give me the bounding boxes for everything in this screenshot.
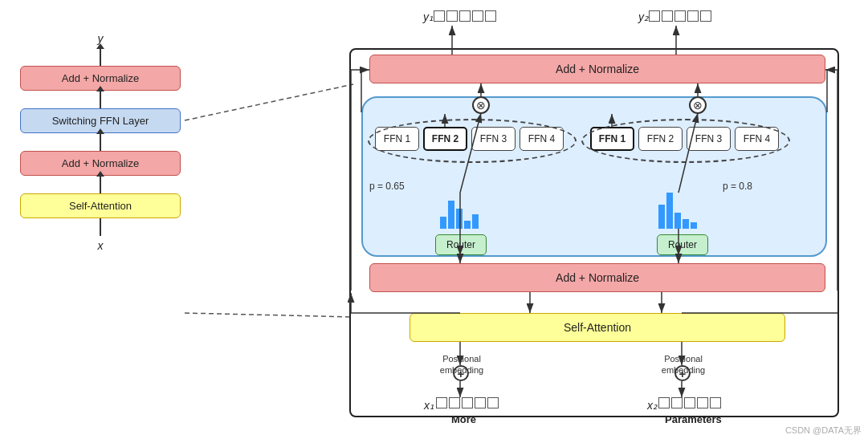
watermark: CSDN @DATA无界	[785, 425, 862, 437]
x2-label: x₂	[647, 399, 658, 412]
right-y1-grid	[434, 10, 496, 22]
parameters-label: Parameters	[665, 413, 722, 425]
left-bar-chart	[440, 193, 479, 229]
x1-label: x₁	[424, 399, 434, 412]
left-multiply-circle: ⊗	[472, 96, 490, 114]
left-self-attn: Self-Attention	[20, 193, 181, 218]
right-add-norm-bottom: Add + Normalize	[369, 263, 825, 292]
x2-grid	[658, 397, 721, 408]
x1-grid	[436, 397, 499, 408]
p-right-label: p = 0.8	[723, 181, 752, 192]
right-y2-grid	[649, 10, 711, 22]
left-arrow-2	[100, 91, 101, 108]
left-arrow-top	[100, 48, 101, 66]
right-self-attention: Self-Attention	[410, 313, 785, 342]
right-bar-chart	[658, 193, 697, 229]
more-label: More	[451, 413, 476, 425]
right-y2-label: y₂	[638, 10, 649, 23]
left-x-label: x	[98, 239, 104, 252]
left-diagram: y Add + Normalize Switching FFN Layer Ad…	[8, 32, 193, 252]
left-arrow-bottom	[100, 218, 101, 236]
svg-line-0	[185, 84, 353, 120]
right-y1-label: y₁	[423, 10, 434, 23]
left-arrow-4	[100, 176, 101, 193]
left-dashed-ellipse	[368, 119, 577, 163]
right-dashed-ellipse	[581, 119, 790, 163]
left-pos-embed-label: Positionalembedding	[434, 353, 490, 376]
p-left-label: p = 0.65	[369, 181, 405, 192]
right-pos-embed-label: Positionalembedding	[655, 353, 711, 376]
right-add-norm-top: Add + Normalize	[369, 55, 825, 83]
left-arrow-3	[100, 133, 101, 151]
diagram-container: y Add + Normalize Switching FFN Layer Ad…	[0, 0, 868, 443]
svg-line-1	[185, 313, 353, 317]
right-router: Router	[657, 234, 708, 255]
left-router: Router	[435, 234, 487, 255]
right-multiply-circle: ⊗	[689, 96, 707, 114]
